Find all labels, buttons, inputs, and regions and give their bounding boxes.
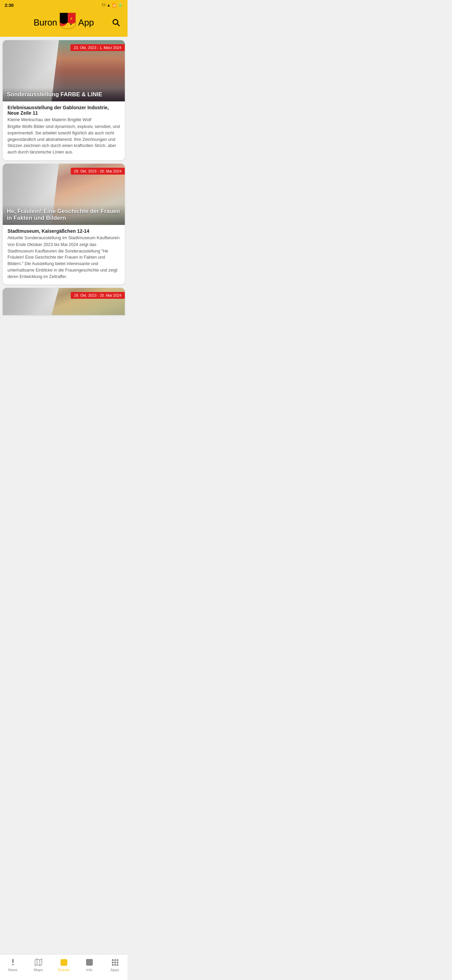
svg-text:★: ★ xyxy=(70,17,73,21)
app-header: Buron ★ ★ App xyxy=(0,10,127,37)
header-title-right: App xyxy=(78,18,94,28)
event-date-badge-3: 29. Okt. 2023 - 20. Mai 2024 xyxy=(71,292,125,299)
header-title-left: Buron xyxy=(34,18,57,28)
header-title: Buron ★ ★ App xyxy=(18,12,110,33)
event-description-1: Brigitte Wolfs Bilder sind dynamisch, ex… xyxy=(8,124,120,156)
event-subtitle-1: Erlebnisausstellung der Gablonzer Indust… xyxy=(8,105,120,116)
coat-of-arms-icon: ★ ★ xyxy=(59,12,76,33)
event-card-3-partial[interactable]: 29. Okt. 2023 - 20. Mai 2024 xyxy=(3,288,125,315)
event-image-1: 23. Okt. 2023 - 1. März 2024 Sonderausst… xyxy=(3,40,125,102)
event-location-2: Aktuelle Sonderausstellung im Stadtmuseu… xyxy=(8,235,120,240)
search-button[interactable] xyxy=(110,16,122,29)
shield-icon: 🛡 xyxy=(102,3,105,7)
event-date-badge-2: 28. Okt. 2023 - 20. Mai 2024 xyxy=(71,168,125,175)
event-card-2[interactable]: 28. Okt. 2023 - 20. Mai 2024 He, Fräulei… xyxy=(3,164,125,285)
event-image-3: 29. Okt. 2023 - 20. Mai 2024 xyxy=(3,288,125,315)
signal-icon: 📶 xyxy=(112,3,117,8)
event-subtitle-2: Stadtmuseum, Kaisergäßchen 12-14 xyxy=(8,228,120,234)
event-date-badge-1: 23. Okt. 2023 - 1. März 2024 xyxy=(70,44,125,51)
event-title-overlay-1: Sonderausstellung FARBE & LINIE xyxy=(7,91,121,98)
event-location-1: Kleine Werkschau der Malerin Brigitte Wo… xyxy=(8,117,120,122)
event-card-1[interactable]: 23. Okt. 2023 - 1. März 2024 Sonderausst… xyxy=(3,40,125,160)
status-time: 2:30 xyxy=(5,3,14,8)
status-bar: 2:30 🛡 ▲ 📶 🔋 xyxy=(0,0,127,10)
svg-text:★: ★ xyxy=(70,23,72,26)
event-title-overlay-2: He, Fräulein! Eine Geschichte der Frauen… xyxy=(7,208,121,221)
svg-line-3 xyxy=(117,24,119,26)
status-icons: 🛡 ▲ 📶 🔋 xyxy=(102,3,123,8)
battery-icon: 🔋 xyxy=(118,3,123,8)
event-body-1: Erlebnisausstellung der Gablonzer Indust… xyxy=(3,102,125,160)
event-body-2: Stadtmuseum, Kaisergäßchen 12-14 Aktuell… xyxy=(3,225,125,285)
event-image-2: 28. Okt. 2023 - 20. Mai 2024 He, Fräulei… xyxy=(3,164,125,225)
wifi-icon: ▲ xyxy=(107,3,111,7)
events-list: 23. Okt. 2023 - 1. März 2024 Sonderausst… xyxy=(0,37,127,318)
event-description-2: Von Ende Oktober 2023 bis Mai 2024 zeigt… xyxy=(8,242,120,280)
search-icon xyxy=(111,18,121,27)
